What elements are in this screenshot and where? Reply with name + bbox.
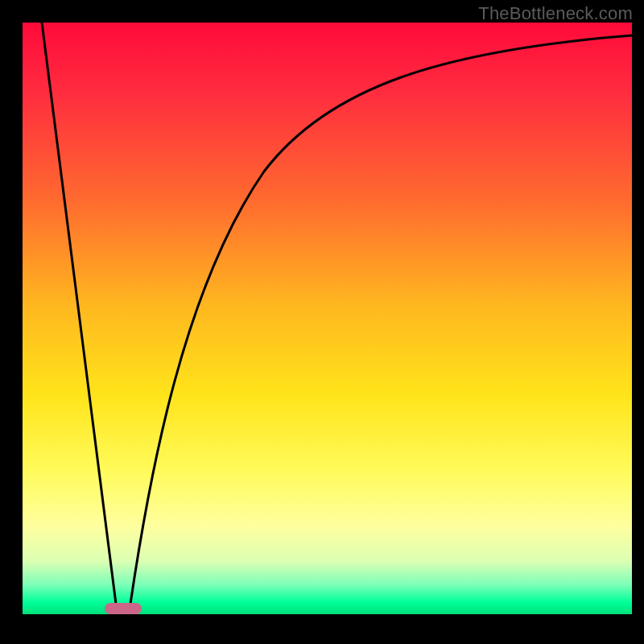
chart-frame: TheBottleneck.com [0,0,644,644]
watermark-text: TheBottleneck.com [478,3,633,24]
bottleneck-marker [105,603,142,614]
curve-left-branch [42,23,116,604]
curve-right-branch [130,35,632,604]
bottleneck-curve [23,23,632,614]
plot-area [23,23,632,614]
